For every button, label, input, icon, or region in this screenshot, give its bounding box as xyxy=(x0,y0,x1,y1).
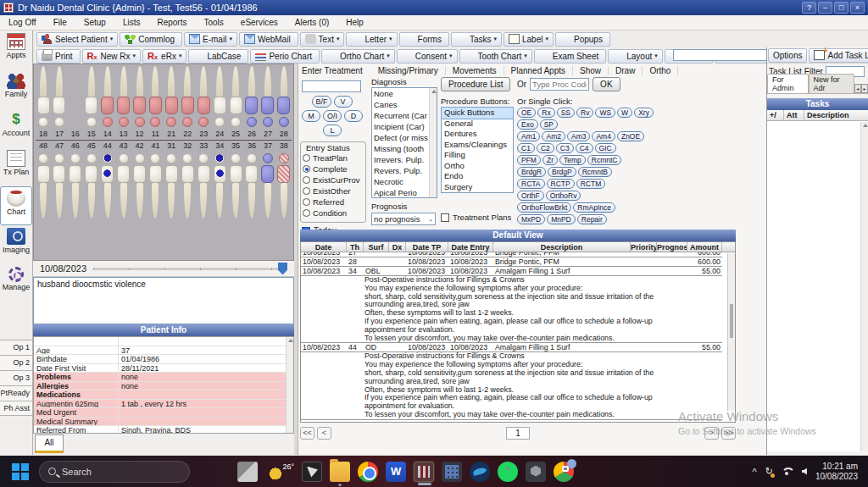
tooth[interactable]: 35 xyxy=(228,141,243,219)
proc-quick-button[interactable]: C4 xyxy=(576,143,593,153)
diagnosis-item[interactable]: Recurrent (Car xyxy=(372,110,437,121)
tab-scroll-left[interactable]: ◂ xyxy=(854,84,861,93)
menu-item[interactable]: eServices xyxy=(232,15,287,30)
add-task-list-button[interactable]: Add Task List xyxy=(809,48,868,63)
surface-input[interactable] xyxy=(302,80,361,92)
surface-button[interactable]: V xyxy=(334,96,353,108)
treatment-tab[interactable]: Planned Appts xyxy=(504,66,574,75)
column-header[interactable]: Description xyxy=(493,242,631,252)
window-control-button[interactable]: × xyxy=(850,2,865,14)
unity-app-icon[interactable] xyxy=(526,462,546,482)
proc-quick-button[interactable]: BrdgP xyxy=(548,167,576,177)
entry-status-option[interactable]: ExistOther xyxy=(303,185,364,196)
diagnosis-item[interactable]: Missing (tooth xyxy=(372,143,437,154)
diagnosis-item[interactable]: None xyxy=(372,88,437,99)
surface-button[interactable]: L xyxy=(323,125,342,136)
window-control-button[interactable]: ? xyxy=(802,2,816,14)
chart-note-box[interactable]: husband dioocmstic violence xyxy=(33,277,294,324)
column-header[interactable]: Date Entry xyxy=(448,242,493,252)
volume-icon[interactable] xyxy=(802,468,807,475)
procedure-category-item[interactable]: Exams/Cleanings xyxy=(442,140,513,151)
tooth[interactable]: 17 xyxy=(52,66,67,139)
proc-quick-button[interactable]: OE xyxy=(517,108,536,118)
proc-quick-button[interactable]: Rv xyxy=(576,108,593,118)
tab-scroll-right[interactable]: ▸ xyxy=(861,84,868,93)
chrome-icon[interactable] xyxy=(358,462,378,482)
toolbar-text-input[interactable] xyxy=(673,49,768,61)
diagnosis-item[interactable]: Apical Perio xyxy=(372,187,437,198)
procedure-category-item[interactable]: Dentures xyxy=(442,129,513,140)
diagnosis-item[interactable]: Caries xyxy=(372,99,437,110)
tooth[interactable]: 15 xyxy=(84,66,99,139)
surface-button[interactable]: O/I xyxy=(323,110,342,122)
proc-quick-button[interactable]: GIC xyxy=(595,143,616,153)
taskbar-clock[interactable]: 10:21 am 10/08/2023 xyxy=(815,462,858,482)
tooth[interactable]: 24 xyxy=(212,66,227,139)
proc-quick-button[interactable]: SS xyxy=(557,108,575,118)
entry-status-option[interactable]: Referred xyxy=(303,196,364,208)
calculator-icon[interactable] xyxy=(442,462,462,482)
chrome-profile-icon[interactable] xyxy=(554,462,574,482)
tooth[interactable]: 34 xyxy=(212,141,227,219)
toolbar-button[interactable]: E-mail ▾ xyxy=(184,32,237,47)
column-header[interactable]: Dx xyxy=(389,242,406,252)
toolbar-button[interactable]: LabCase xyxy=(188,49,248,64)
sidebar-nav-item[interactable]: $ Account xyxy=(0,108,32,147)
task-view-icon[interactable] xyxy=(237,462,258,482)
proc-quick-button[interactable]: RCTA xyxy=(517,179,545,189)
tooth[interactable]: 42 xyxy=(132,141,147,219)
menu-item[interactable]: Log Off xyxy=(0,15,45,30)
proc-quick-button[interactable]: OrthoRv xyxy=(546,191,581,201)
proc-quick-button[interactable]: Rx xyxy=(537,108,554,118)
sidebar-nav-item[interactable]: Tx Plan xyxy=(0,147,32,186)
dental-app-taskbar-icon[interactable] xyxy=(414,462,434,482)
proc-quick-button[interactable]: BrdgR xyxy=(517,167,546,177)
sidebar-nav-item[interactable]: Appts xyxy=(0,30,32,69)
operatory-cell[interactable]: Op 2 xyxy=(0,355,32,370)
sidebar-nav-item[interactable]: Manage xyxy=(0,264,32,303)
toolbar-button[interactable]: New Rx ▾ xyxy=(82,49,142,64)
search-box[interactable]: Search xyxy=(39,461,190,483)
toolbar-button[interactable]: Tasks ▾ xyxy=(451,32,502,47)
timeline-slider[interactable] xyxy=(93,268,284,270)
tooth[interactable]: 27 xyxy=(260,66,275,139)
tooth[interactable]: 31 xyxy=(164,141,179,219)
surface-button[interactable]: M xyxy=(302,110,320,122)
tasks-scrollbar[interactable] xyxy=(860,122,868,451)
tooth[interactable]: 45 xyxy=(84,141,99,219)
toolbar-button[interactable]: eRx ▾ xyxy=(142,49,186,64)
column-header[interactable]: Att xyxy=(784,110,804,120)
tooth-chart[interactable]: 18 17 16 xyxy=(33,64,294,261)
tooth[interactable]: 11 xyxy=(147,66,163,139)
tooth[interactable]: 32 xyxy=(180,141,195,219)
tooth[interactable]: 21 xyxy=(164,66,179,139)
proc-quick-button[interactable]: W xyxy=(617,108,632,118)
proc-quick-button[interactable]: RmApInce xyxy=(573,202,615,213)
proc-quick-button[interactable]: MnPD xyxy=(547,214,576,224)
tooth[interactable]: 48 xyxy=(36,141,51,219)
tasks-list[interactable] xyxy=(767,121,868,451)
toolbar-button[interactable]: Exam Sheet xyxy=(534,49,606,64)
column-header[interactable]: Th xyxy=(347,242,364,252)
proc-quick-button[interactable]: ZnOE xyxy=(617,131,644,141)
procedure-category-item[interactable]: Filling xyxy=(442,150,513,161)
proc-quick-button[interactable]: OrthoFlowBrkt xyxy=(517,202,571,213)
entry-status-option[interactable]: TreatPlan xyxy=(303,152,364,163)
tooth[interactable]: 12 xyxy=(132,66,147,139)
column-header[interactable]: Surf xyxy=(364,242,389,252)
word-icon[interactable] xyxy=(386,462,406,482)
column-header[interactable]: +/ xyxy=(767,110,784,120)
note-row[interactable]: Post-Operative instructions for Fillings… xyxy=(301,276,722,343)
note-row[interactable]: Post-Operative instructions for Fillings… xyxy=(301,352,722,419)
tooth[interactable]: 44 xyxy=(100,141,115,219)
proc-quick-button[interactable]: Exo xyxy=(517,119,538,130)
tab-new-for-adr[interactable]: New for Adr xyxy=(809,74,854,93)
tooth[interactable]: 36 xyxy=(244,141,259,219)
procedure-category-item[interactable]: Ortho xyxy=(442,161,513,172)
operatory-cell[interactable]: Ph Asst xyxy=(0,401,32,416)
tooth[interactable]: 43 xyxy=(116,141,131,219)
proc-quick-button[interactable]: C3 xyxy=(556,143,574,153)
menu-item[interactable]: Lists xyxy=(114,15,149,30)
tooth[interactable]: 14 xyxy=(100,66,115,139)
column-header[interactable]: Prognosis xyxy=(657,242,687,252)
